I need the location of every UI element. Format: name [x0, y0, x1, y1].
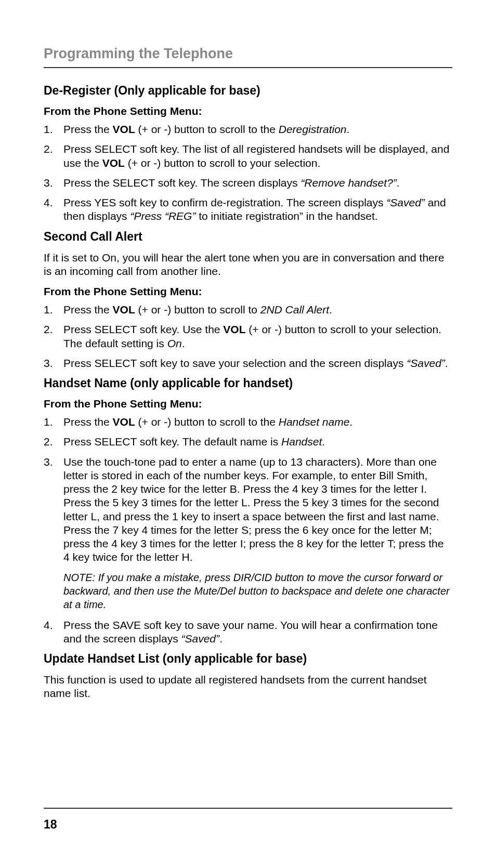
text: Press SELECT soft key to save your selec…: [63, 357, 407, 369]
remove-handset-label: “Remove handset?”: [301, 177, 396, 189]
list-item: Press the VOL (+ or -) button to scroll …: [44, 303, 452, 317]
list-item: Use the touch-tone pad to enter a name (…: [44, 455, 452, 564]
page-number: 18: [44, 818, 57, 832]
text: .: [322, 436, 325, 448]
section4-intro: This function is used to update all regi…: [44, 673, 452, 701]
footer-divider: [44, 808, 452, 809]
on-label: On: [167, 337, 182, 349]
text: to initiate registration” in the handset…: [195, 210, 377, 222]
vol-label: VOL: [113, 416, 135, 428]
list-item: Press SELECT soft key. The list of all r…: [44, 142, 452, 170]
text: .: [347, 123, 350, 135]
section2-list: Press the VOL (+ or -) button to scroll …: [44, 303, 452, 370]
text: (+ or -) button to scroll to: [135, 304, 260, 315]
text: (+ or -) button to scroll to the: [135, 416, 279, 428]
section3-list: Press the VOL (+ or -) button to scroll …: [44, 415, 452, 564]
vol-label: VOL: [113, 304, 135, 315]
handset-label: Handset: [281, 436, 322, 448]
text: Press the: [63, 304, 113, 315]
text: Press the SELECT soft key. The screen di…: [63, 177, 301, 189]
list-item: Press YES soft key to confirm de-registr…: [44, 196, 452, 223]
text: Press YES soft key to confirm de-registr…: [63, 196, 386, 208]
list-item: Press SELECT soft key. The default name …: [44, 435, 452, 449]
text: .: [349, 416, 353, 428]
saved-label: “Saved”: [407, 357, 445, 369]
section3-note: NOTE: If you make a mistake, press DIR/C…: [44, 571, 452, 611]
list-item: Press the VOL (+ or -) button to scroll …: [44, 415, 452, 429]
list-item: Press SELECT soft key to save your selec…: [44, 357, 452, 370]
text: (+ or -) button to scroll to your select…: [125, 157, 320, 169]
saved-label: “Saved”: [181, 633, 219, 645]
vol-label: VOL: [113, 123, 135, 135]
text: Press the SAVE soft key to save your nam…: [63, 619, 438, 645]
list-item: Press SELECT soft key. Use the VOL (+ or…: [44, 323, 452, 350]
section2-intro: If it is set to On, you will hear the al…: [44, 251, 452, 279]
section-deregister-title: De-Register (Only applicable for base): [44, 84, 452, 98]
handset-name-label: Handset name: [279, 416, 350, 428]
text: .: [329, 304, 332, 315]
text: Press SELECT soft key. Use the: [63, 323, 223, 335]
text: .: [445, 357, 448, 369]
text: Press SELECT soft key. The default name …: [63, 436, 281, 448]
section3-subhead: From the Phone Setting Menu:: [44, 398, 452, 410]
text: Use the touch-tone pad to enter a name (…: [63, 456, 443, 563]
section3-list-2: Press the SAVE soft key to save your nam…: [44, 619, 452, 646]
2nd-call-alert-label: 2ND Call Alert: [260, 304, 329, 315]
list-item: Press the SAVE soft key to save your nam…: [44, 619, 452, 646]
dereg-label: Deregistration: [279, 123, 347, 135]
vol-label: VOL: [223, 323, 245, 335]
list-item: Press the VOL (+ or -) button to scroll …: [44, 123, 452, 136]
section2-subhead: From the Phone Setting Menu:: [44, 285, 452, 298]
section-update-title: Update Handset List (only applicable for…: [44, 652, 452, 666]
section-handsetname-title: Handset Name (only applicable for handse…: [44, 376, 452, 390]
list-item: Press the SELECT soft key. The screen di…: [44, 176, 452, 190]
text: .: [182, 337, 185, 349]
section-secondcall-title: Second Call Alert: [44, 230, 452, 244]
vol-label: VOL: [102, 157, 125, 169]
section1-subhead: From the Phone Setting Menu:: [44, 105, 452, 117]
text: Press the: [63, 123, 113, 135]
section1-list: Press the VOL (+ or -) button to scroll …: [44, 123, 452, 223]
text: .: [219, 633, 223, 645]
text: Press the: [63, 416, 113, 428]
saved-label: “Saved”: [386, 196, 425, 208]
press-reg-label: “Press “REG”: [130, 210, 195, 222]
text: .: [397, 177, 400, 189]
page-header: Programming the Telephone: [44, 46, 452, 68]
text: (+ or -) button to scroll to the: [135, 123, 279, 135]
